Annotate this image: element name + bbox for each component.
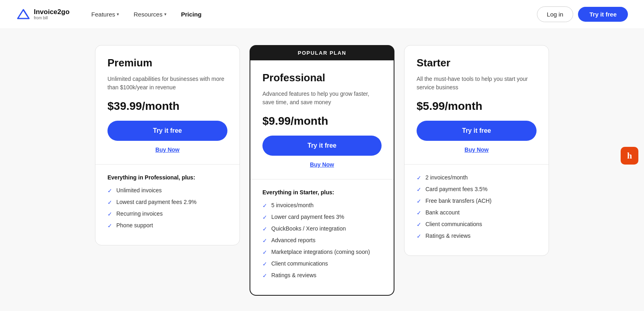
- check-icon: ✓: [417, 233, 421, 239]
- logo-subbrand: from bill: [34, 16, 70, 20]
- professional-card-inner: Professional Advanced features to help y…: [250, 60, 394, 296]
- premium-card-bottom: Everything in Professional, plus: ✓ Unli…: [95, 165, 239, 245]
- premium-plan-name: Premium: [107, 57, 227, 69]
- list-item: ✓ Ratings & reviews: [417, 233, 537, 239]
- list-item: ✓ Ratings & reviews: [262, 272, 382, 279]
- professional-card-bottom: Everything in Starter, plus: ✓ 5 invoice…: [250, 179, 394, 295]
- logo[interactable]: Invoice2go from bill: [16, 7, 70, 22]
- login-button[interactable]: Log in: [537, 6, 574, 22]
- check-icon: ✓: [262, 226, 267, 232]
- professional-plan-desc: Advanced features to help you grow faste…: [262, 90, 382, 107]
- premium-features-header: Everything in Professional, plus:: [107, 174, 227, 181]
- starter-try-button[interactable]: Try it free: [417, 121, 537, 141]
- svg-line-1: [23, 10, 27, 16]
- check-icon: ✓: [107, 187, 112, 194]
- nav-resources[interactable]: Resources ▾: [128, 8, 172, 21]
- premium-card: Premium Unlimited capabilities for busin…: [95, 45, 240, 245]
- hotjar-badge[interactable]: h: [621, 147, 638, 165]
- starter-card-top: Starter All the must-have tools to help …: [405, 45, 549, 165]
- list-item: ✓ Client communications: [417, 221, 537, 228]
- check-icon: ✓: [262, 261, 267, 267]
- check-icon: ✓: [107, 199, 112, 206]
- starter-card: Starter All the must-have tools to help …: [404, 45, 549, 256]
- check-icon: ✓: [262, 237, 267, 244]
- professional-card: POPULAR PLAN Professional Advanced featu…: [250, 45, 394, 296]
- professional-buy-now-link[interactable]: Buy Now: [262, 161, 382, 169]
- features-chevron-icon: ▾: [117, 12, 119, 17]
- check-icon: ✓: [107, 211, 112, 217]
- premium-card-top: Premium Unlimited capabilities for busin…: [95, 45, 239, 165]
- starter-plan-price: $5.99/month: [417, 100, 537, 113]
- check-icon: ✓: [417, 186, 421, 193]
- check-icon: ✓: [417, 210, 421, 216]
- list-item: ✓ Marketplace integrations (coming soon): [262, 249, 382, 255]
- list-item: ✓ Recurring invoices: [107, 210, 227, 217]
- check-icon: ✓: [417, 175, 421, 181]
- premium-buy-now-link[interactable]: Buy Now: [107, 146, 227, 154]
- professional-plan-name: Professional: [262, 72, 382, 84]
- starter-card-bottom: ✓ 2 invoices/month ✓ Card payment fees 3…: [405, 165, 549, 255]
- list-item: ✓ Phone support: [107, 222, 227, 229]
- professional-plan-price: $9.99/month: [262, 115, 382, 128]
- starter-plan-name: Starter: [417, 57, 537, 69]
- list-item: ✓ Advanced reports: [262, 237, 382, 244]
- list-item: ✓ Unlimited invoices: [107, 187, 227, 194]
- list-item: ✓ Lowest card payment fees 2.9%: [107, 199, 227, 206]
- list-item: ✓ QuickBooks / Xero integration: [262, 225, 382, 232]
- premium-try-button[interactable]: Try it free: [107, 121, 227, 141]
- logo-brand: Invoice2go: [34, 8, 70, 16]
- nav-try-free-button[interactable]: Try it free: [578, 7, 628, 22]
- professional-try-button[interactable]: Try it free: [262, 136, 382, 156]
- nav-pricing[interactable]: Pricing: [175, 8, 207, 21]
- check-icon: ✓: [417, 198, 421, 204]
- check-icon: ✓: [417, 221, 421, 228]
- professional-card-top: Professional Advanced features to help y…: [250, 60, 394, 179]
- starter-buy-now-link[interactable]: Buy Now: [417, 146, 537, 154]
- svg-marker-0: [18, 10, 29, 19]
- nav-actions: Log in Try it free: [537, 6, 628, 22]
- premium-plan-price: $39.99/month: [107, 100, 227, 113]
- hotjar-icon: h: [627, 150, 632, 161]
- list-item: ✓ Free bank transfers (ACH): [417, 198, 537, 204]
- list-item: ✓ 2 invoices/month: [417, 174, 537, 181]
- check-icon: ✓: [262, 272, 267, 279]
- popular-plan-banner: POPULAR PLAN: [250, 45, 394, 60]
- pricing-section: Premium Unlimited capabilities for busin…: [0, 29, 644, 311]
- nav-links: Features ▾ Resources ▾ Pricing: [86, 8, 537, 21]
- list-item: ✓ Lower card payment fees 3%: [262, 214, 382, 220]
- premium-plan-desc: Unlimited capabilities for businesses wi…: [107, 75, 227, 92]
- list-item: ✓ 5 invoices/month: [262, 202, 382, 209]
- starter-plan-desc: All the must-have tools to help you star…: [417, 75, 537, 92]
- navbar: Invoice2go from bill Features ▾ Resource…: [0, 0, 644, 29]
- check-icon: ✓: [262, 214, 267, 220]
- nav-features[interactable]: Features ▾: [86, 8, 125, 21]
- check-icon: ✓: [262, 202, 267, 209]
- check-icon: ✓: [262, 249, 267, 255]
- professional-features-header: Everything in Starter, plus:: [262, 189, 382, 196]
- list-item: ✓ Bank account: [417, 209, 537, 216]
- resources-chevron-icon: ▾: [164, 12, 167, 17]
- popular-plan-label: POPULAR PLAN: [298, 50, 347, 56]
- check-icon: ✓: [107, 222, 112, 229]
- list-item: ✓ Card payment fees 3.5%: [417, 186, 537, 193]
- list-item: ✓ Client communications: [262, 260, 382, 267]
- logo-icon: [16, 7, 31, 22]
